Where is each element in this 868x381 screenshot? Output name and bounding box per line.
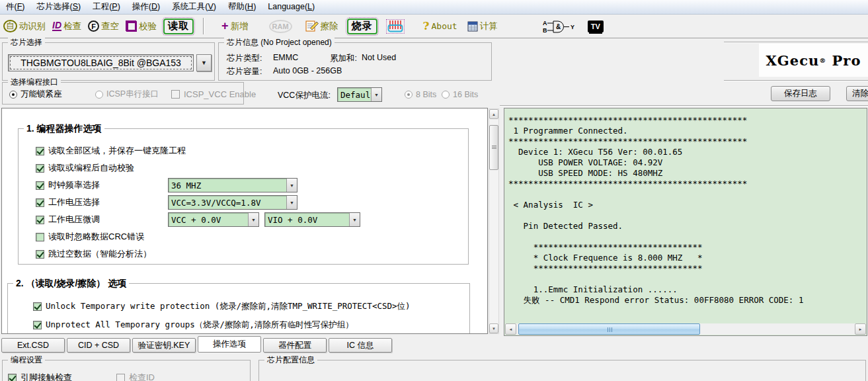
- radio-universal-socket[interactable]: 万能锁紧座: [9, 89, 95, 100]
- save-log-button[interactable]: 保存日志: [771, 86, 830, 101]
- checkbox-box: [171, 90, 180, 99]
- log-console: ****************************************…: [504, 108, 867, 336]
- dropdown-arrow-icon[interactable]: [286, 179, 297, 192]
- tab[interactable]: 器件配置: [263, 338, 327, 353]
- clear-log-button[interactable]: 清除: [846, 86, 868, 101]
- working-voltage-label: 工作电压选择: [48, 196, 168, 208]
- checkbox-pin-contact-check[interactable]: 引脚接触检查: [8, 372, 72, 381]
- logic-gate-icon: A B & Y: [542, 19, 576, 34]
- checkbox-read-all-regions[interactable]: 读取全部区域，并保存一键克隆工程: [36, 145, 186, 157]
- unlock-temporary-wp-label: Unlock Temporary write protection (烧录/擦除…: [46, 301, 411, 312]
- console-line: ****************************************…: [508, 179, 867, 189]
- checkbox-box: [36, 198, 44, 207]
- erase-button[interactable]: 擦除: [305, 21, 338, 32]
- program-button[interactable]: 烧录: [347, 19, 377, 34]
- checkbox-auto-verify[interactable]: 读取或编程后自动校验: [36, 162, 134, 174]
- xgecu-pro-window: 件(F)芯片选择(S)工程(P)操作(D)系统工具(V)帮助(H)Languag…: [0, 0, 868, 381]
- working-voltage-select[interactable]: VCC=3.3V/VCCQ=1.8V: [168, 195, 297, 210]
- gate-input-b: B: [543, 27, 547, 34]
- console-line: **********************************: [508, 242, 867, 253]
- vcc-trim-select[interactable]: VCC + 0.0V: [168, 212, 259, 227]
- radio-dot: [95, 91, 103, 99]
- checkbox-working-voltage[interactable]: 工作电压选择: [36, 196, 168, 208]
- dropdown-arrow-icon[interactable]: [349, 213, 360, 226]
- console-line: [508, 189, 867, 200]
- radio-8-bits[interactable]: 8 Bits: [405, 90, 436, 99]
- compare-icon: [126, 21, 137, 32]
- checkbox-icsp-vcc-enable[interactable]: ICSP_VCC Enable: [171, 89, 256, 100]
- checkbox-box: [33, 302, 42, 311]
- chip-info-group: 芯片信息 (No Project opened) 芯片类型: EMMC 累加和:…: [218, 42, 492, 81]
- bottom-tab-bar: Ext.CSDCID + CSD验证密钥.KEY操作选项器件配置IC 信息: [1, 335, 392, 353]
- menu-item[interactable]: 件(F): [0, 0, 30, 15]
- scroll-left-arrow-icon[interactable]: [505, 323, 516, 335]
- radio-16-bits[interactable]: 16 Bits: [442, 90, 478, 99]
- checkbox-clock-frequency[interactable]: 时钟频率选择: [36, 179, 168, 191]
- gate-output-y: Y: [571, 24, 574, 30]
- about-button[interactable]: ? About: [423, 21, 457, 31]
- menu-item[interactable]: 工程(P): [87, 0, 126, 15]
- chip-select-dropdown-arrow[interactable]: [196, 54, 212, 71]
- radio-icsp-port[interactable]: ICSP串行接口: [95, 89, 171, 100]
- checkbox-skip-blank[interactable]: 跳过空数据（智能分析法）: [36, 248, 151, 260]
- blank-check-button[interactable]: F 查空: [88, 21, 119, 32]
- read-program-erase-options-group: 2. （读取/烧录/擦除） 选项 Unlock Temporary write …: [7, 283, 470, 334]
- console-line: **********************************: [508, 263, 867, 274]
- logo-suffix: Pro: [832, 52, 861, 69]
- horizontal-scrollbar-thumb[interactable]: [518, 323, 700, 335]
- erase-icon: [305, 21, 319, 32]
- tv-mode-button[interactable]: TV: [588, 21, 604, 32]
- checkbox-unlock-temporary-wp[interactable]: Unlock Temporary write protection (烧录/擦除…: [33, 301, 411, 312]
- read-button[interactable]: 读取: [163, 19, 194, 34]
- unprotect-temporary-groups-label: Unprotect All Temporary groups（烧录/擦除前,清除…: [46, 319, 354, 331]
- checkbox-check-id[interactable]: 检查ID: [116, 372, 155, 381]
- vio-trim-select[interactable]: VIO + 0.0V: [264, 212, 360, 227]
- menu-item[interactable]: 芯片选择(S): [30, 0, 87, 15]
- tab[interactable]: CID + CSD: [67, 338, 130, 353]
- clock-frequency-select[interactable]: 36 MHZ: [168, 178, 297, 192]
- scroll-up-arrow-icon[interactable]: [489, 109, 498, 119]
- console-horizontal-scrollbar[interactable]: [505, 323, 866, 335]
- dropdown-arrow-icon[interactable]: [248, 213, 258, 226]
- scroll-down-arrow-icon[interactable]: [489, 323, 498, 333]
- dropdown-arrow-icon[interactable]: [371, 88, 381, 101]
- tab[interactable]: IC 信息: [329, 338, 392, 353]
- radio-dot: [9, 91, 17, 99]
- programming-interface-title: 选择编程接口: [8, 77, 61, 87]
- vertical-scrollbar-thumb[interactable]: [489, 125, 498, 170]
- chip-config-info-title: 芯片配置信息: [264, 355, 317, 365]
- menu-item[interactable]: Language(L): [262, 1, 321, 13]
- console-line: [508, 232, 867, 242]
- scroll-right-arrow-icon[interactable]: [855, 323, 866, 335]
- vcc-protect-current-select[interactable]: Default: [337, 87, 382, 102]
- menu-item[interactable]: 帮助(H): [222, 0, 262, 15]
- calculator-icon: [467, 21, 478, 32]
- dropdown-arrow-icon[interactable]: [286, 196, 297, 209]
- checkbox-unprotect-temporary-groups[interactable]: Unprotect All Temporary groups（烧录/擦除前,清除…: [33, 319, 354, 331]
- tab[interactable]: Ext.CSD: [1, 338, 65, 353]
- chip-select-group: 芯片选择 THGBMGTOU8LBAIG_8Bit @BGA153: [2, 42, 215, 81]
- calculator-button[interactable]: 计算: [467, 21, 498, 32]
- menu-item[interactable]: 系统工具(V): [166, 0, 222, 15]
- ram-icon: RAM: [269, 20, 292, 33]
- add-new-button[interactable]: + 新增: [221, 21, 249, 32]
- console-line: ****************************************…: [508, 115, 867, 126]
- voltage-trim-label: 工作电压微调: [48, 214, 168, 226]
- checkbox-box: [36, 216, 44, 224]
- chip-select-combobox[interactable]: THGBMGTOU8LBAIG_8Bit @BGA153: [8, 54, 194, 71]
- tab[interactable]: 操作选项: [198, 336, 261, 353]
- check-id-button[interactable]: ID 检查: [52, 21, 81, 32]
- pin-test-button[interactable]: [387, 21, 403, 32]
- checkbox-ignore-crc[interactable]: 读取时忽略数据CRC错误: [36, 231, 144, 243]
- vio-trim-value: VIO + 0.0V: [265, 213, 349, 226]
- read-all-regions-label: 读取全部区域，并保存一键克隆工程: [48, 145, 186, 157]
- options-vertical-scrollbar[interactable]: [489, 108, 499, 334]
- menu-item[interactable]: 操作(D): [126, 0, 166, 15]
- console-line: 1 Programmer Connected.: [508, 126, 867, 136]
- read-program-erase-title: 2. （读取/烧录/擦除） 选项: [13, 278, 129, 288]
- verify-button[interactable]: 校验: [126, 21, 157, 32]
- logic-test-button[interactable]: A B & Y: [542, 19, 576, 34]
- tab[interactable]: 验证密钥.KEY: [132, 338, 196, 353]
- auto-identify-button[interactable]: 自动识别: [3, 20, 46, 32]
- checkbox-voltage-trim[interactable]: 工作电压微调: [36, 214, 168, 226]
